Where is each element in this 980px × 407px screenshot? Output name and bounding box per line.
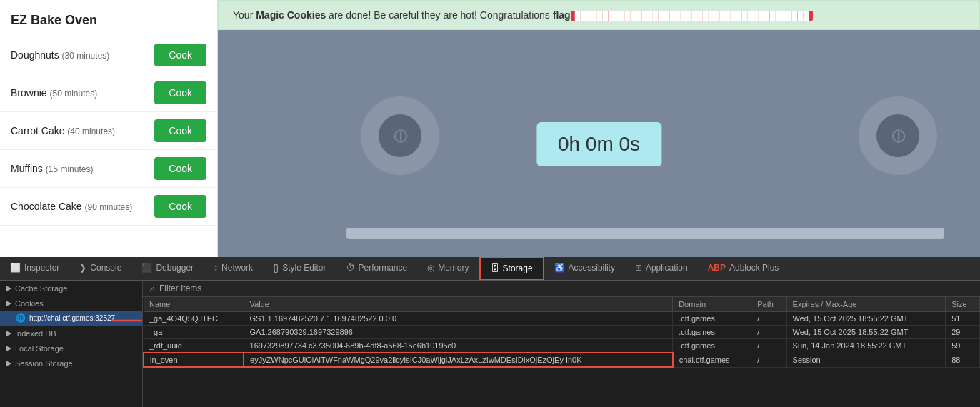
tab-adblock[interactable]: ABP Adblock Plus — [698, 257, 789, 280]
cell-size-0: 51 — [946, 312, 980, 326]
cookies-data-table: Name Value Domain Path Expires / Max-Age… — [143, 297, 980, 368]
item-name-chocolate-cake: Chocolate Cake (90 minutes) — [11, 201, 132, 212]
item-time-chocolate-cake: (90 minutes) — [85, 202, 133, 212]
tab-network-label: Network — [221, 263, 253, 273]
banner-text-before: Your — [233, 9, 256, 21]
item-time-carrot-cake: (40 minutes) — [67, 126, 115, 136]
tab-storage-label: Storage — [503, 263, 533, 273]
cell-name-0: _ga_4O4Q5QJTEC — [144, 312, 244, 326]
local-storage-icon: ▶ — [6, 343, 11, 353]
cell-value-1: GA1.268790329.1697329896 — [244, 326, 673, 339]
cookies-url-label: http://chal.ctf.games:32527 — [29, 314, 115, 322]
cell-expires-1: Wed, 15 Oct 2025 18:55:22 GMT — [786, 326, 946, 339]
storage-sidebar: ▶ Cache Storage ▶ Cookies 🌐 http://chal.… — [0, 281, 143, 407]
item-time-doughnuts: (30 minutes) — [62, 51, 110, 61]
debugger-icon: ⬛ — [141, 263, 152, 273]
cell-name-2: _rdt_uuid — [144, 339, 244, 353]
tab-inspector-label: Inspector — [24, 263, 59, 273]
bakery-item-carrot-cake: Carrot Cake (40 minutes) Cook — [0, 112, 217, 150]
filter-bar: ⊿ Filter Items — [143, 281, 980, 297]
cell-path-0: / — [751, 312, 786, 326]
session-storage-label: Session Storage — [15, 359, 73, 368]
col-domain: Domain — [673, 297, 751, 312]
oven-area: ⊘ 0h 0m 0s ⊘ — [218, 30, 980, 257]
tab-memory-label: Memory — [438, 263, 469, 273]
performance-icon: ⏱ — [346, 263, 355, 273]
memory-icon: ◎ — [427, 263, 434, 273]
banner-text-after: are done! Be careful they are hot! Congr… — [326, 9, 553, 21]
table-row[interactable]: _rdt_uuid 1697329897734.c3735004-689b-4d… — [144, 339, 980, 353]
item-time-muffins: (15 minutes) — [46, 164, 94, 174]
style-editor-icon: {} — [273, 263, 279, 273]
storage-icon: 🗄 — [491, 263, 499, 273]
tab-performance[interactable]: ⏱ Performance — [336, 257, 418, 280]
oven-burner-left: ⊘ — [361, 96, 439, 175]
cook-button-brownie[interactable]: Cook — [154, 81, 206, 104]
cook-button-chocolate-cake[interactable]: Cook — [154, 195, 206, 218]
tab-network[interactable]: ↕ Network — [204, 257, 263, 280]
devtools-body: ▶ Cache Storage ▶ Cookies 🌐 http://chal.… — [0, 281, 980, 407]
oven-rack — [346, 228, 944, 239]
col-name: Name — [144, 297, 244, 312]
cache-storage-label: Cache Storage — [15, 284, 67, 293]
cell-domain-2: .ctf.games — [673, 339, 751, 353]
storage-item-indexed-db[interactable]: ▶ Indexed DB — [0, 326, 142, 341]
tab-debugger-label: Debugger — [156, 263, 194, 273]
table-row[interactable]: _ga GA1.268790329.1697329896 .ctf.games … — [144, 326, 980, 339]
burner-slash-left: ⊘ — [386, 121, 414, 150]
cell-value-0: GS1.1.1697482520.7.1.1697482522.0.0.0 — [244, 312, 673, 326]
cell-size-2: 59 — [946, 339, 980, 353]
cell-path-1: / — [751, 326, 786, 339]
oven-burner-right: ⊘ — [859, 96, 937, 175]
storage-item-cache-storage[interactable]: ▶ Cache Storage — [0, 281, 142, 296]
indexed-db-icon: ▶ — [6, 328, 11, 338]
cell-size-1: 29 — [946, 326, 980, 339]
tab-adblock-label: Adblock Plus — [729, 263, 779, 273]
adblock-icon: ABP — [708, 263, 726, 273]
cell-name-3: in_oven — [144, 353, 244, 367]
table-row[interactable]: _ga_4O4Q5QJTEC GS1.1.1697482520.7.1.1697… — [144, 312, 980, 326]
banner-flag-value: ████████████████████████████████████████… — [571, 11, 813, 21]
tab-accessibility-label: Accessibility — [569, 263, 615, 273]
banner-bold-text: Magic Cookies — [256, 9, 326, 21]
tab-memory[interactable]: ◎ Memory — [417, 257, 479, 280]
filter-icon: ⊿ — [149, 284, 155, 293]
storage-item-session-storage[interactable]: ▶ Session Storage — [0, 356, 142, 371]
cell-path-3: / — [751, 353, 786, 367]
storage-item-local-storage[interactable]: ▶ Local Storage — [0, 341, 142, 356]
cook-button-carrot-cake[interactable]: Cook — [154, 119, 206, 142]
cook-button-doughnuts[interactable]: Cook — [154, 44, 206, 66]
tab-accessibility[interactable]: ♿ Accessibility — [544, 257, 625, 280]
tab-performance-label: Performance — [359, 263, 408, 273]
cell-domain-1: .ctf.games — [673, 326, 751, 339]
cell-path-2: / — [751, 339, 786, 353]
table-row[interactable]: in_oven eyJyZWNpcGUiOiAiTWFnaWMgQ29va2ll… — [144, 353, 980, 367]
banner-flag-label: flag — [553, 9, 571, 21]
tab-console[interactable]: ❯ Console — [69, 257, 131, 280]
cell-domain-3: chal.ctf.games — [673, 353, 751, 367]
inspector-icon: ⬜ — [10, 263, 21, 273]
tab-storage[interactable]: 🗄 Storage — [479, 257, 544, 281]
oven-timer: 0h 0m 0s — [536, 122, 661, 166]
storage-item-cookies-url[interactable]: 🌐 http://chal.ctf.games:32527 — [0, 311, 142, 326]
indexed-db-label: Indexed DB — [15, 329, 56, 338]
filter-label: Filter Items — [159, 283, 201, 293]
tab-debugger[interactable]: ⬛ Debugger — [131, 257, 204, 280]
cell-name-1: _ga — [144, 326, 244, 339]
tab-console-label: Console — [90, 263, 121, 273]
cell-size-3: 88 — [946, 353, 980, 367]
burner-slash-right: ⊘ — [884, 121, 912, 150]
col-value: Value — [244, 297, 673, 312]
bakery-item-brownie: Brownie (50 minutes) Cook — [0, 74, 217, 112]
storage-item-cookies[interactable]: ▶ Cookies — [0, 296, 142, 311]
tab-inspector[interactable]: ⬜ Inspector — [0, 257, 69, 280]
cookies-url-icon: 🌐 — [16, 313, 26, 323]
item-time-brownie: (50 minutes) — [49, 89, 97, 99]
tab-style-editor[interactable]: {} Style Editor — [263, 257, 336, 280]
local-storage-label: Local Storage — [15, 344, 64, 353]
tab-application[interactable]: ⊞ Application — [625, 257, 698, 280]
main-content: Your Magic Cookies are done! Be careful … — [218, 0, 980, 257]
success-banner: Your Magic Cookies are done! Be careful … — [218, 0, 980, 30]
cell-domain-0: .ctf.games — [673, 312, 751, 326]
cook-button-muffins[interactable]: Cook — [154, 157, 206, 180]
